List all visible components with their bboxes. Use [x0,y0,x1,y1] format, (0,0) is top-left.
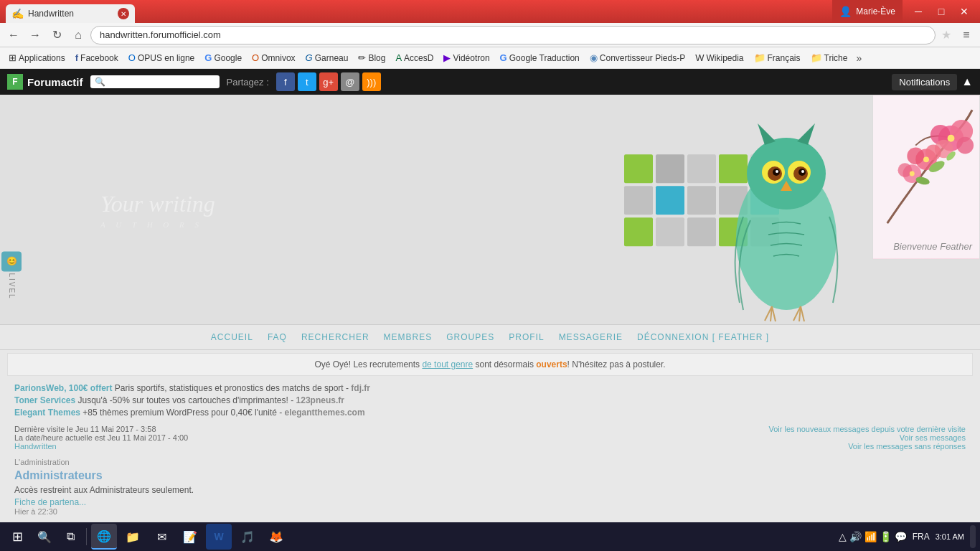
bookmark-item-facebook[interactable]: f Facebook [71,50,123,65]
taskbar-notepad-app[interactable]: 📝 [177,524,203,550]
user-avatar-icon: 👤 [839,6,852,17]
wikipedia-icon: W [695,52,704,63]
header-subtitle: A U T H O R S [100,220,215,229]
nav-deconnexion[interactable]: DÉCONNEXION [ FEATHER ] [637,332,769,342]
back-button[interactable]: ← [4,26,23,44]
ad-url-3[interactable]: elegantthemes.com [285,408,365,418]
color-grid-cell [656,186,684,215]
share-rss-button[interactable]: ))) [362,72,381,91]
show-desktop-button[interactable] [970,525,976,548]
bookmark-item-wikipedia[interactable]: W Wikipedia [691,50,748,65]
forum-link[interactable]: Handwritten [14,442,57,451]
titlebar: ✍ Handwritten ✕ 👤 Marie-Ève ─ □ ✕ [0,0,980,23]
systray-network-icon[interactable]: 📶 [864,531,877,542]
share-email-button[interactable]: @ [341,72,359,91]
address-input[interactable] [90,26,936,44]
share-facebook-button[interactable]: f [276,72,295,91]
taskbar-explorer-app[interactable]: 📁 [120,524,146,550]
refresh-button[interactable]: ↻ [47,26,66,44]
bookmark-item-garneau[interactable]: G Garneau [301,50,353,65]
ad-line-1: ParionsWeb, 100€ offert Paris sportifs, … [14,383,966,393]
ad-url-2[interactable]: 123pneus.fr [296,395,344,405]
bookmark-item-opus[interactable]: O OPUS en ligne [124,50,199,65]
opus-icon: O [128,52,136,63]
window-controls: ─ □ ✕ [908,1,974,22]
taskbar-right: △ 🔊 📶 🔋 💬 FRA 3:01 AM [839,525,976,548]
bookmark-item-omnivox[interactable]: O Omnivox [248,50,299,65]
share-googleplus-button[interactable]: g+ [319,72,338,91]
nav-faq[interactable]: FAQ [268,332,287,342]
minimize-button[interactable]: ─ [908,1,928,22]
bookmark-item-google-traduction[interactable]: G Google Traduction [496,50,584,65]
view-unreplied-link[interactable]: Voir les messages sans réponses [768,442,966,451]
ad-link-1[interactable]: ParionsWeb, 100€ offert [14,383,113,393]
forum-search-input[interactable] [108,77,202,87]
share-twitter-button[interactable]: t [298,72,316,91]
facebook-icon: f [75,52,78,63]
announcement-text-before: Oyé Oyé! Les recrutements [314,359,422,369]
taskbar-word-app[interactable]: W [206,524,232,550]
systray: △ 🔊 📶 🔋 💬 [839,531,907,542]
forum-nav: ACCUEIL FAQ RECHERCHER MEMBRES GROUPES P… [0,324,980,350]
side-widget-icon[interactable]: 😊 [1,251,22,271]
systray-arrow-icon[interactable]: △ [839,531,847,542]
user-area: 👤 Marie-Ève [832,0,903,23]
bookmark-star-button[interactable]: ★ [938,28,954,42]
bookmarks-more-button[interactable]: » [853,50,864,66]
forum-search-box[interactable]: 🔍 [90,75,220,88]
apps-icon: ⊞ [9,52,17,63]
systray-volume-icon[interactable]: 🔊 [849,531,862,542]
forumactif-logo[interactable]: F Forumactif [7,74,83,90]
start-button[interactable]: ⊞ [4,524,30,550]
side-widget-label: LIVEL [8,273,16,299]
home-button[interactable]: ⌂ [69,26,88,44]
bookmark-label: Garneau [315,53,349,63]
nav-accueil[interactable]: ACCUEIL [211,332,253,342]
taskbar-mail-app[interactable]: ✉ [149,524,174,550]
nav-rechercher[interactable]: RECHERCHER [301,332,369,342]
systray-battery-icon[interactable]: 🔋 [880,531,892,542]
bookmark-item-blog[interactable]: ✏ Blog [354,50,390,65]
systray-notification-icon[interactable]: 💬 [895,531,907,542]
scroll-up-button[interactable]: ▲ [961,75,973,88]
nav-messagerie[interactable]: MESSAGERIE [559,332,623,342]
browser-tab[interactable]: ✍ Handwritten ✕ [6,4,135,23]
nav-membres[interactable]: MEMBRES [384,332,433,342]
taskbar-media-app[interactable]: 🎵 [235,524,260,550]
bookmark-item-accesd[interactable]: A AccesD [391,50,438,65]
side-widget: 😊 LIVEL [1,251,22,299]
close-button[interactable]: ✕ [954,1,974,22]
bookmark-label: Applications [19,53,65,63]
bookmark-label: Google [214,53,242,63]
view-new-messages-link[interactable]: Voir les nouveaux messages depuis votre … [768,425,966,433]
tab-close-button[interactable]: ✕ [118,8,129,19]
bookmark-item-convertisseur[interactable]: ◉ Convertisseur Pieds-P [585,50,689,65]
taskbar-browser2-app[interactable]: 🦊 [263,524,289,550]
forward-button[interactable]: → [26,26,44,44]
svg-point-10 [776,170,778,173]
taskbar-clock[interactable]: 3:01 AM [936,532,964,542]
bookmark-item-google[interactable]: G Google [200,50,246,65]
notifications-button[interactable]: Notifications [892,74,957,90]
taskbar-language[interactable]: FRA [913,532,930,542]
bookmark-label: Blog [368,53,385,63]
task-view-button[interactable]: ⧉ [59,525,82,548]
bookmark-item-triche[interactable]: 📁 Triche [806,50,852,65]
menu-button[interactable]: ≡ [957,26,976,44]
bookmark-item-applications[interactable]: ⊞ Applications [4,50,70,65]
ad-link-2[interactable]: Toner Services [14,395,75,405]
admin-time: Hier à 22:30 [14,507,966,516]
ad-url-1[interactable]: fdj.fr [351,383,370,393]
admin-link[interactable]: Fiche de partena... [14,497,86,507]
announcement-link[interactable]: de tout genre [422,359,473,369]
ad-link-3[interactable]: Elegant Themes [14,408,80,418]
bookmark-item-videotron[interactable]: ▶ Vidéotron [439,50,494,65]
nav-groupes[interactable]: GROUPES [446,332,494,342]
search-taskbar-button[interactable]: 🔍 [33,525,56,548]
bookmark-item-francais[interactable]: 📁 Français [750,50,805,65]
nav-profil[interactable]: PROFIL [509,332,544,342]
maximize-button[interactable]: □ [931,1,951,22]
view-messages-link[interactable]: Voir ses messages [768,433,966,442]
blog-icon: ✏ [358,52,366,63]
taskbar-edge-app[interactable]: 🌐 [91,524,117,550]
